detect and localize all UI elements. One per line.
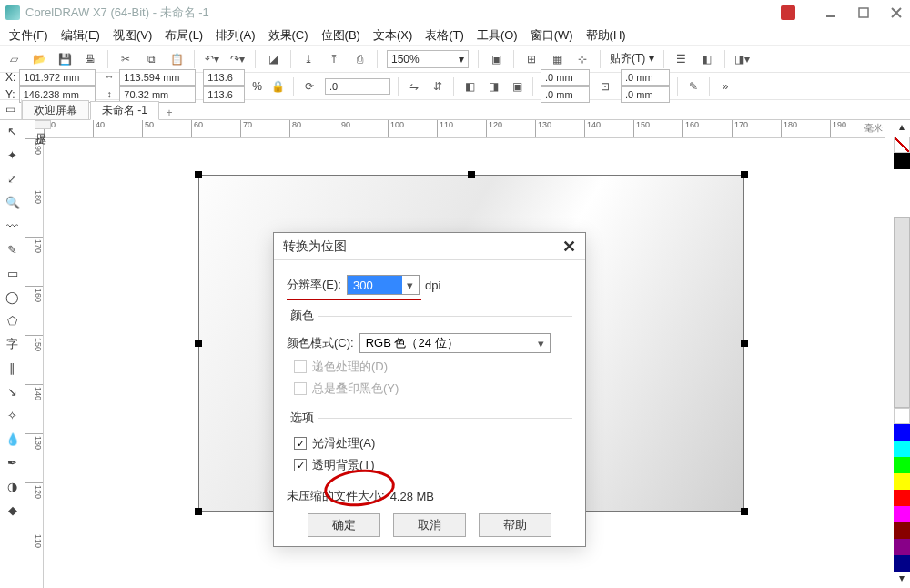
app-launcher-icon[interactable]: ◨▾ (734, 51, 751, 67)
mirror-v-icon[interactable]: ⇵ (430, 78, 446, 95)
corner-icon[interactable]: ⊡ (597, 78, 613, 95)
mirror-h-icon[interactable]: ⇋ (406, 78, 422, 95)
paste-icon[interactable]: 📋 (168, 51, 185, 67)
swatch[interactable] (894, 424, 910, 441)
guides-icon[interactable]: ⊹ (574, 51, 591, 67)
tab-document[interactable]: 未命名 -1 (90, 101, 159, 120)
connector-tool[interactable]: ↘ (4, 382, 22, 400)
wrap-icon[interactable]: ◧ (461, 78, 478, 95)
polygon-tool[interactable]: ⬠ (4, 311, 22, 329)
menu-tools[interactable]: 工具(O) (471, 25, 523, 46)
more-icon[interactable]: » (717, 78, 733, 95)
swatch[interactable] (894, 522, 910, 539)
ok-button[interactable]: 确定 (308, 513, 380, 537)
artistic-tool[interactable]: ✎ (4, 240, 22, 259)
convert-curves-icon[interactable]: ✎ (685, 78, 702, 95)
help-button[interactable]: 帮助 (479, 513, 551, 537)
parallel-tool[interactable]: ∥ (4, 359, 22, 377)
no-color-swatch[interactable] (894, 137, 910, 153)
tab-welcome[interactable]: 欢迎屏幕 (22, 100, 89, 119)
swatch[interactable] (894, 473, 910, 490)
freehand-tool[interactable]: 〰 (4, 217, 22, 235)
menu-table[interactable]: 表格(T) (420, 25, 470, 46)
scale-x-input[interactable]: 113.6 (203, 69, 245, 86)
scale-y-input[interactable]: 113.6 (203, 86, 245, 103)
menu-file[interactable]: 文件(F) (4, 25, 54, 46)
cut-icon[interactable]: ✂ (117, 51, 134, 67)
wrap2-icon[interactable]: ◨ (485, 78, 501, 95)
zoom-combo[interactable]: 150%▾ (387, 50, 469, 68)
ellipse-tool[interactable]: ◯ (4, 288, 22, 306)
fill-tool[interactable]: ◑ (4, 477, 22, 495)
outline-tool[interactable]: ✒ (4, 453, 22, 471)
rulers-icon[interactable]: ⊞ (523, 51, 540, 67)
outline-tl-input[interactable]: .0 mm (541, 69, 590, 86)
cancel-button[interactable]: 取消 (393, 513, 466, 537)
handle-ml[interactable] (195, 340, 202, 347)
transparent-checkbox[interactable]: ✓透明背景(T) (294, 457, 572, 473)
minimize-icon[interactable] (823, 5, 839, 21)
vertical-ruler[interactable]: 190180 170160 150140 130120 110 (25, 138, 44, 588)
eyedropper-tool[interactable]: 💧 (4, 430, 22, 448)
hints-docker-tab[interactable]: 提示 (35, 120, 51, 129)
swatch[interactable] (894, 408, 910, 424)
menu-arrange[interactable]: 排列(A) (210, 25, 260, 46)
menu-view[interactable]: 视图(V) (107, 25, 157, 46)
pick-tool[interactable]: ↖ (4, 122, 22, 140)
rectangle-tool[interactable]: ▭ (4, 264, 22, 282)
handle-bl[interactable] (195, 508, 202, 515)
fullscreen-icon[interactable]: ▣ (488, 51, 504, 67)
swatch[interactable] (894, 539, 910, 555)
palette-scrollbar[interactable] (894, 217, 910, 408)
menu-effects[interactable]: 效果(C) (263, 25, 314, 46)
import-icon[interactable]: ⤓ (300, 51, 317, 67)
add-tab-icon[interactable]: + (160, 106, 178, 119)
outline-br-input[interactable]: .0 mm (621, 86, 670, 103)
open-icon[interactable]: 📂 (31, 51, 47, 67)
menu-bitmap[interactable]: 位图(B) (316, 25, 366, 46)
resolution-combo[interactable]: 300 ▾ (347, 275, 420, 295)
save-icon[interactable]: 💾 (56, 51, 73, 67)
swatch[interactable] (894, 457, 910, 473)
menu-text[interactable]: 文本(X) (368, 25, 418, 46)
interactive-fill-tool[interactable]: ◆ (4, 501, 22, 519)
swatch[interactable] (894, 490, 910, 506)
new-icon[interactable]: ▱ (5, 51, 22, 67)
export-icon[interactable]: ⤒ (326, 51, 342, 67)
undo-icon[interactable]: ↶▾ (204, 51, 220, 67)
text-tool[interactable]: 字 (4, 335, 22, 353)
zoom-tool[interactable]: 🔍 (4, 193, 22, 211)
menu-help[interactable]: 帮助(H) (581, 25, 632, 46)
options-icon[interactable]: ☰ (673, 51, 690, 67)
copy-icon[interactable]: ⧉ (143, 51, 159, 67)
handle-tr[interactable] (741, 171, 748, 178)
outline-tr-input[interactable]: .0 mm (621, 69, 670, 86)
print-icon[interactable]: 🖶 (82, 51, 98, 67)
antialias-checkbox[interactable]: ✓光滑处理(A) (294, 435, 572, 451)
maximize-icon[interactable] (855, 5, 872, 21)
menu-window[interactable]: 窗口(W) (525, 25, 579, 46)
shape-tool[interactable]: ✦ (4, 146, 22, 164)
handle-tl[interactable] (195, 171, 202, 178)
pos-x-input[interactable]: 101.972 mm (19, 69, 96, 86)
swatch[interactable] (894, 441, 910, 457)
swatch[interactable] (894, 506, 910, 522)
user-avatar-icon[interactable] (781, 5, 795, 20)
width-input[interactable]: 113.594 mm (119, 69, 196, 86)
menu-layout[interactable]: 布局(L) (159, 25, 208, 46)
publish-icon[interactable]: ⎙ (351, 51, 368, 67)
colormode-combo[interactable]: RGB 色（24 位） ▾ (359, 333, 551, 353)
palette-up-icon[interactable]: ▴ (894, 120, 910, 137)
grid-icon[interactable]: ▦ (549, 51, 565, 67)
rotation-input[interactable]: .0 (325, 78, 390, 95)
lock-ratio-icon[interactable]: 🔒 (269, 78, 286, 95)
pick-tool-icon[interactable]: ▭ (0, 99, 22, 119)
dialog-close-icon[interactable]: ✕ (562, 237, 576, 257)
launch-icon[interactable]: ◧ (699, 51, 715, 67)
crop-tool[interactable]: ⤢ (4, 169, 22, 188)
swatch[interactable] (894, 153, 910, 169)
snap-dropdown[interactable]: 贴齐(T) ▾ (610, 51, 654, 66)
search-icon[interactable]: ◪ (265, 51, 281, 67)
redo-icon[interactable]: ↷▾ (229, 51, 246, 67)
handle-mr[interactable] (741, 340, 748, 347)
